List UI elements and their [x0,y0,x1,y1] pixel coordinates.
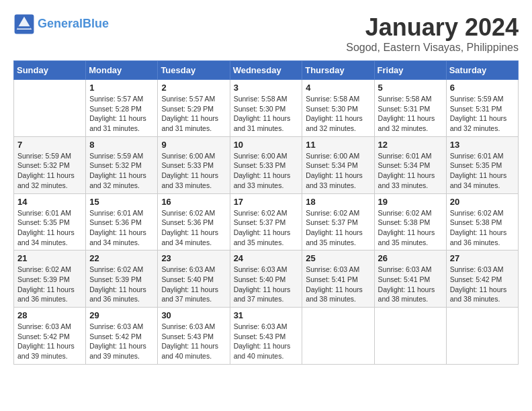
location-subtitle: Sogod, Eastern Visayas, Philippines [346,42,519,54]
day-info: Sunrise: 6:03 AM Sunset: 5:43 PM Dayligh… [234,322,299,361]
calendar-header: SundayMondayTuesdayWednesdayThursdayFrid… [14,61,519,80]
day-number: 1 [89,83,154,93]
week-row-2: 7Sunrise: 5:59 AM Sunset: 5:32 PM Daylig… [14,136,519,193]
day-cell [374,308,446,365]
day-cell: 27Sunrise: 6:03 AM Sunset: 5:42 PM Dayli… [446,250,518,308]
day-cell: 30Sunrise: 6:03 AM Sunset: 5:43 PM Dayli… [158,308,230,365]
day-cell: 7Sunrise: 5:59 AM Sunset: 5:32 PM Daylig… [14,136,86,193]
day-info: Sunrise: 6:00 AM Sunset: 5:34 PM Dayligh… [306,151,370,191]
header-cell-monday: Monday [86,61,158,80]
day-number: 29 [89,310,154,320]
day-cell: 18Sunrise: 6:02 AM Sunset: 5:37 PM Dayli… [302,193,374,250]
day-cell: 21Sunrise: 6:02 AM Sunset: 5:39 PM Dayli… [14,250,86,308]
header-cell-friday: Friday [374,61,446,80]
header-cell-thursday: Thursday [302,61,374,80]
day-number: 8 [89,140,154,150]
day-number: 17 [234,197,299,207]
day-info: Sunrise: 6:00 AM Sunset: 5:33 PM Dayligh… [234,151,299,191]
day-number: 2 [161,83,226,93]
day-info: Sunrise: 5:59 AM Sunset: 5:32 PM Dayligh… [89,151,154,191]
day-info: Sunrise: 6:02 AM Sunset: 5:38 PM Dayligh… [378,208,443,248]
logo-icon [13,13,35,35]
day-info: Sunrise: 6:02 AM Sunset: 5:38 PM Dayligh… [450,208,515,248]
day-number: 13 [450,140,515,150]
day-cell [14,80,86,137]
day-info: Sunrise: 6:01 AM Sunset: 5:34 PM Dayligh… [378,151,443,191]
header-cell-saturday: Saturday [446,61,518,80]
logo-text: GeneralBlue [38,17,109,31]
day-number: 28 [17,310,82,320]
day-info: Sunrise: 5:58 AM Sunset: 5:30 PM Dayligh… [306,94,370,134]
day-info: Sunrise: 6:03 AM Sunset: 5:42 PM Dayligh… [89,322,154,361]
day-number: 6 [450,83,515,93]
day-cell: 5Sunrise: 5:58 AM Sunset: 5:31 PM Daylig… [374,80,446,137]
day-number: 20 [450,197,515,207]
day-cell: 31Sunrise: 6:03 AM Sunset: 5:43 PM Dayli… [230,308,302,365]
day-cell: 23Sunrise: 6:03 AM Sunset: 5:40 PM Dayli… [158,250,230,308]
day-cell: 16Sunrise: 6:02 AM Sunset: 5:36 PM Dayli… [158,193,230,250]
day-number: 30 [161,310,226,320]
day-cell: 12Sunrise: 6:01 AM Sunset: 5:34 PM Dayli… [374,136,446,193]
day-number: 31 [234,310,299,320]
day-info: Sunrise: 6:02 AM Sunset: 5:39 PM Dayligh… [17,265,82,304]
day-info: Sunrise: 6:03 AM Sunset: 5:43 PM Dayligh… [161,322,226,361]
day-info: Sunrise: 5:59 AM Sunset: 5:32 PM Dayligh… [17,151,82,191]
day-number: 21 [17,253,82,263]
day-number: 4 [306,83,370,93]
day-cell: 20Sunrise: 6:02 AM Sunset: 5:38 PM Dayli… [446,193,518,250]
title-block: January 2024 Sogod, Eastern Visayas, Phi… [346,13,519,54]
day-number: 7 [17,140,82,150]
day-info: Sunrise: 5:58 AM Sunset: 5:30 PM Dayligh… [234,94,299,134]
day-cell: 3Sunrise: 5:58 AM Sunset: 5:30 PM Daylig… [230,80,302,137]
week-row-1: 1Sunrise: 5:57 AM Sunset: 5:28 PM Daylig… [14,80,519,137]
day-cell: 9Sunrise: 6:00 AM Sunset: 5:33 PM Daylig… [158,136,230,193]
day-number: 12 [378,140,443,150]
day-number: 3 [234,83,299,93]
day-cell: 25Sunrise: 6:03 AM Sunset: 5:41 PM Dayli… [302,250,374,308]
day-cell: 15Sunrise: 6:01 AM Sunset: 5:36 PM Dayli… [86,193,158,250]
header-row: SundayMondayTuesdayWednesdayThursdayFrid… [14,61,519,80]
day-info: Sunrise: 5:57 AM Sunset: 5:29 PM Dayligh… [161,94,226,134]
day-cell: 19Sunrise: 6:02 AM Sunset: 5:38 PM Dayli… [374,193,446,250]
day-cell: 1Sunrise: 5:57 AM Sunset: 5:28 PM Daylig… [86,80,158,137]
logo: GeneralBlue [13,13,109,35]
calendar-body: 1Sunrise: 5:57 AM Sunset: 5:28 PM Daylig… [14,80,519,365]
day-info: Sunrise: 6:03 AM Sunset: 5:42 PM Dayligh… [450,265,515,304]
day-cell: 24Sunrise: 6:03 AM Sunset: 5:40 PM Dayli… [230,250,302,308]
day-info: Sunrise: 6:03 AM Sunset: 5:40 PM Dayligh… [161,265,226,304]
day-cell: 13Sunrise: 6:01 AM Sunset: 5:35 PM Dayli… [446,136,518,193]
week-row-3: 14Sunrise: 6:01 AM Sunset: 5:35 PM Dayli… [14,193,519,250]
week-row-5: 28Sunrise: 6:03 AM Sunset: 5:42 PM Dayli… [14,308,519,365]
svg-rect-2 [17,26,30,28]
day-info: Sunrise: 6:01 AM Sunset: 5:35 PM Dayligh… [17,208,82,248]
header-cell-wednesday: Wednesday [230,61,302,80]
day-cell: 2Sunrise: 5:57 AM Sunset: 5:29 PM Daylig… [158,80,230,137]
day-cell: 26Sunrise: 6:03 AM Sunset: 5:41 PM Dayli… [374,250,446,308]
day-number: 5 [378,83,443,93]
day-info: Sunrise: 6:03 AM Sunset: 5:41 PM Dayligh… [378,265,443,304]
day-info: Sunrise: 6:02 AM Sunset: 5:37 PM Dayligh… [234,208,299,248]
day-number: 15 [89,197,154,207]
header-cell-sunday: Sunday [14,61,86,80]
day-number: 25 [306,253,370,263]
day-info: Sunrise: 5:59 AM Sunset: 5:31 PM Dayligh… [450,94,515,134]
day-cell: 11Sunrise: 6:00 AM Sunset: 5:34 PM Dayli… [302,136,374,193]
day-cell: 14Sunrise: 6:01 AM Sunset: 5:35 PM Dayli… [14,193,86,250]
week-row-4: 21Sunrise: 6:02 AM Sunset: 5:39 PM Dayli… [14,250,519,308]
day-number: 18 [306,197,370,207]
day-cell: 8Sunrise: 5:59 AM Sunset: 5:32 PM Daylig… [86,136,158,193]
day-number: 26 [378,253,443,263]
day-cell: 29Sunrise: 6:03 AM Sunset: 5:42 PM Dayli… [86,308,158,365]
month-title: January 2024 [346,13,519,42]
calendar-table: SundayMondayTuesdayWednesdayThursdayFrid… [13,60,519,365]
day-info: Sunrise: 6:02 AM Sunset: 5:36 PM Dayligh… [161,208,226,248]
day-info: Sunrise: 6:02 AM Sunset: 5:37 PM Dayligh… [306,208,370,248]
day-number: 9 [161,140,226,150]
day-cell: 17Sunrise: 6:02 AM Sunset: 5:37 PM Dayli… [230,193,302,250]
day-number: 11 [306,140,370,150]
day-info: Sunrise: 6:01 AM Sunset: 5:36 PM Dayligh… [89,208,154,248]
day-number: 10 [234,140,299,150]
day-cell [302,308,374,365]
day-info: Sunrise: 6:02 AM Sunset: 5:39 PM Dayligh… [89,265,154,304]
day-number: 22 [89,253,154,263]
